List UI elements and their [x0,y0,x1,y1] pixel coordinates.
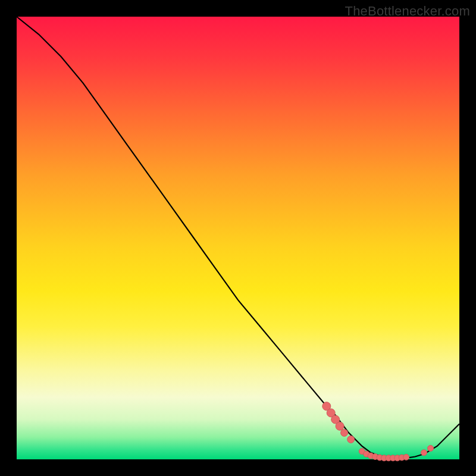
watermark-text: TheBottlenecker.com [345,4,470,19]
curve-marker [336,422,344,430]
curve-svg [17,17,459,459]
chart-frame: TheBottlenecker.com [0,0,476,476]
curve-marker [347,436,355,443]
curve-marker [421,450,427,456]
curve-marker [341,429,348,436]
curve-marker [428,445,434,451]
bottleneck-curve [17,17,459,458]
curve-markers [322,402,434,461]
curve-marker [403,454,409,460]
plot-area [17,17,459,459]
